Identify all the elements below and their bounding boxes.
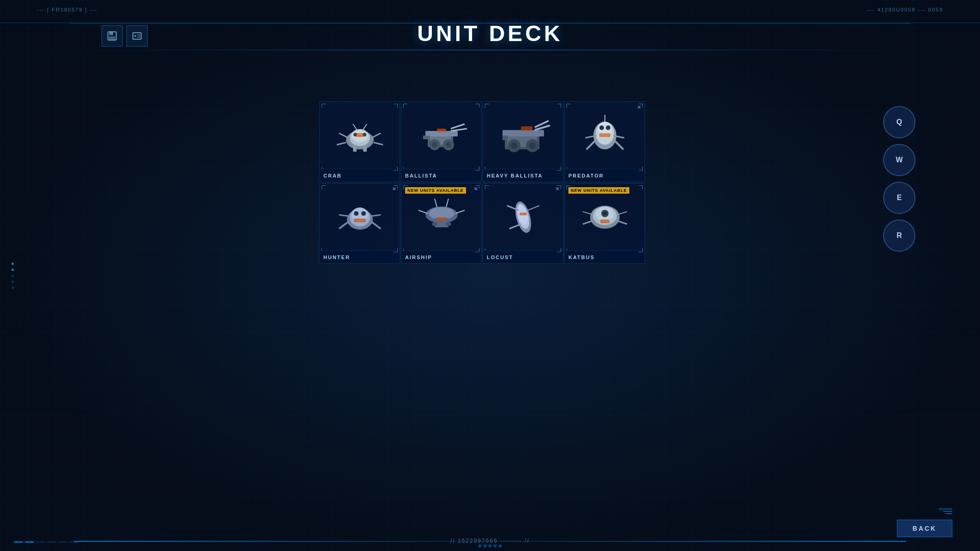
svg-line-29 [451, 124, 465, 129]
unit-card-locust[interactable]: ✖ LOCUST [483, 183, 563, 264]
unit-icon-predator [565, 102, 645, 169]
svg-point-90 [603, 212, 607, 215]
unit-grid-container: CRAB BALLISTA HEAVY BALLISTA✖ [319, 101, 661, 264]
svg-line-30 [451, 129, 467, 131]
unit-icon-crab [320, 102, 400, 169]
svg-point-38 [529, 142, 536, 149]
svg-line-68 [418, 210, 428, 213]
unit-label-katbus: KATBUS [568, 255, 595, 260]
svg-rect-91 [600, 219, 610, 223]
key-letter-q: Q [896, 118, 902, 126]
svg-line-11 [339, 133, 348, 138]
svg-point-73 [432, 222, 437, 226]
unit-label-predator: PREDATOR [568, 173, 604, 178]
unit-card-katbus[interactable]: NEW UNITS AVAILABLE KATBUS [564, 183, 645, 264]
unit-icon-hunter [320, 184, 400, 250]
svg-point-74 [446, 222, 451, 226]
svg-line-47 [586, 140, 596, 149]
bottom-id-text: // 1522997669 -------- // [450, 538, 530, 544]
unit-label-bar-predator: PREDATOR [565, 169, 645, 182]
svg-point-26 [432, 142, 437, 148]
unit-card-ballista[interactable]: BALLISTA [401, 101, 482, 182]
unit-label-hunter: HUNTER [323, 255, 350, 260]
bottom-line-right [490, 541, 906, 542]
unit-label-bar-hunter: HUNTER [320, 250, 400, 263]
unit-label-ballista: BALLISTA [405, 173, 437, 178]
deco-line [945, 513, 952, 514]
dash [25, 541, 34, 543]
dot [484, 545, 486, 547]
new-units-badge: NEW UNITS AVAILABLE [405, 187, 466, 194]
svg-line-48 [614, 140, 623, 149]
svg-point-37 [511, 142, 517, 149]
unit-card-hunter[interactable]: ✖ HUNTER [319, 183, 400, 264]
keyboard-panel: QWER [883, 106, 915, 252]
unit-label-bar-katbus: KATBUS [565, 250, 645, 263]
unit-label-bar-crab: CRAB [320, 169, 400, 182]
key-btn-e[interactable]: E [883, 182, 915, 214]
left-dot [12, 286, 14, 289]
svg-point-4 [134, 35, 136, 37]
dot [478, 545, 481, 547]
svg-rect-20 [363, 145, 367, 152]
svg-rect-39 [502, 130, 544, 136]
key-btn-r[interactable]: R [883, 219, 915, 252]
unit-card-airship[interactable]: NEW UNITS AVAILABLE✖ AIRSHIP [401, 183, 482, 264]
svg-line-13 [337, 142, 346, 145]
unit-icon-ballista [401, 102, 481, 169]
svg-rect-32 [437, 129, 446, 132]
svg-rect-42 [521, 126, 532, 131]
svg-point-62 [354, 211, 359, 216]
dot [494, 545, 496, 547]
svg-point-27 [446, 142, 451, 148]
unit-card-crab[interactable]: CRAB [319, 101, 400, 182]
unit-label-crab: CRAB [323, 173, 342, 178]
back-button[interactable]: BACK [897, 520, 952, 537]
key-btn-w[interactable]: W [883, 144, 915, 176]
toolbar-buttons [102, 25, 148, 47]
svg-line-86 [617, 221, 627, 224]
unit-label-bar-locust: LOCUST [483, 250, 563, 263]
unit-icon-heavy-ballista [483, 102, 563, 169]
unit-label-heavy-ballista: HEAVY BALLISTA [487, 173, 543, 178]
svg-line-14 [374, 142, 383, 145]
svg-line-80 [528, 206, 539, 210]
svg-rect-81 [520, 213, 527, 215]
svg-rect-19 [353, 145, 357, 152]
svg-rect-21 [356, 133, 364, 137]
svg-rect-72 [437, 217, 446, 221]
svg-line-79 [509, 224, 521, 229]
bottom-dots [478, 545, 502, 547]
svg-point-51 [599, 125, 604, 130]
svg-line-85 [583, 221, 592, 224]
key-letter-r: R [896, 231, 902, 240]
unit-label-locust: LOCUST [487, 255, 513, 260]
svg-line-18 [362, 124, 367, 131]
dot [489, 545, 491, 547]
top-right-id: --- 41280U0059 --- 0059 [867, 7, 943, 12]
svg-line-70 [435, 199, 437, 207]
svg-rect-1 [109, 32, 113, 35]
new-units-badge: NEW UNITS AVAILABLE [568, 187, 629, 194]
key-btn-q[interactable]: Q [883, 106, 915, 138]
svg-line-71 [446, 199, 448, 207]
svg-line-58 [339, 222, 348, 229]
dash [14, 541, 23, 543]
dash [36, 541, 45, 543]
svg-point-52 [606, 125, 610, 130]
bottom-line-left [74, 541, 490, 542]
svg-rect-31 [423, 136, 430, 139]
unit-card-heavy-ballista[interactable]: HEAVY BALLISTA [483, 101, 563, 182]
svg-rect-2 [109, 36, 115, 40]
unit-icon-locust [483, 184, 563, 250]
deck-button[interactable] [126, 25, 148, 47]
svg-rect-64 [354, 219, 366, 222]
title-underline [92, 50, 888, 50]
dash [47, 541, 56, 543]
key-letter-w: W [896, 156, 902, 164]
unit-label-bar-airship: AIRSHIP [401, 250, 481, 263]
dot [499, 545, 502, 547]
top-left-id: --- [ FR180579 ] --- [37, 7, 98, 12]
unit-card-predator[interactable]: ✖ PREDATOR [564, 101, 645, 182]
save-button[interactable] [102, 25, 123, 47]
